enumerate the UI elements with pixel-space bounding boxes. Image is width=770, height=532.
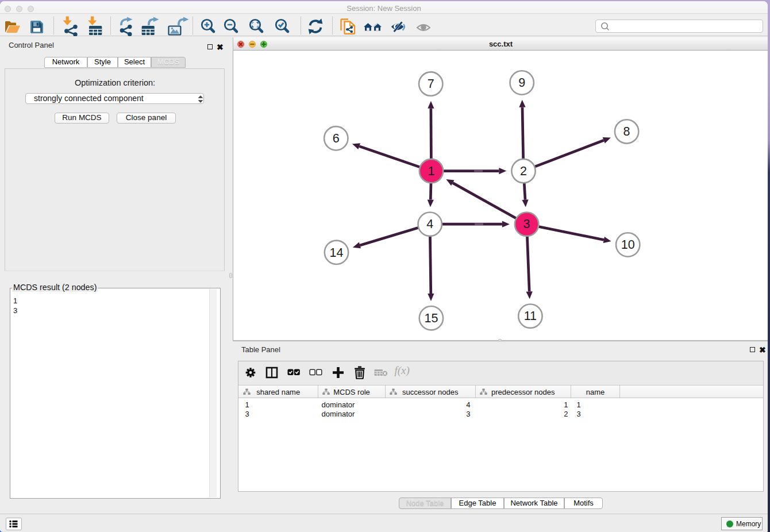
svg-text:11: 11 — [524, 309, 537, 323]
svg-text:7: 7 — [428, 77, 434, 91]
svg-text:10: 10 — [621, 238, 635, 252]
svg-text:9: 9 — [518, 76, 525, 90]
svg-text:14: 14 — [330, 246, 344, 260]
svg-text:3: 3 — [523, 217, 530, 231]
svg-text:4: 4 — [426, 217, 433, 231]
svg-text:6: 6 — [333, 132, 340, 145]
svg-text:15: 15 — [424, 311, 438, 325]
svg-text:1: 1 — [428, 164, 435, 178]
svg-text:8: 8 — [623, 125, 630, 138]
svg-text:2: 2 — [520, 164, 527, 178]
